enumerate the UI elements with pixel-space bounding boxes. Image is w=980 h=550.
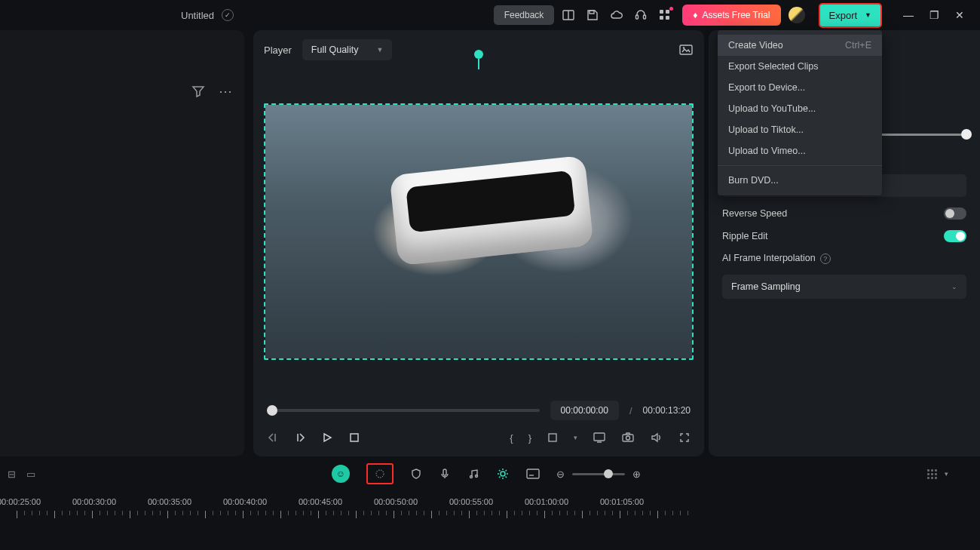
ruler-tick: 00:00:25:00 — [17, 497, 60, 506]
display-icon[interactable] — [593, 431, 606, 444]
timeline-ruler[interactable]: 00:00:25:0000:00:30:0000:00:35:0000:00:4… — [0, 491, 980, 536]
assets-trial-label: Assets Free Trial — [702, 10, 770, 20]
svg-rect-11 — [351, 434, 358, 441]
mark-out-icon[interactable]: } — [528, 432, 531, 444]
snapshot-icon[interactable] — [678, 42, 694, 57]
fullscreen-icon[interactable] — [678, 432, 691, 444]
ripple-edit-label: Ripple Edit — [722, 231, 767, 241]
export-button[interactable]: Export ▼ — [819, 3, 883, 28]
camera-icon[interactable] — [621, 431, 635, 444]
selection-frame[interactable] — [264, 103, 694, 360]
timeline-toolbar: ⊟ ▭ ☺ ⊖ ⊕ ▾ — [0, 456, 980, 491]
play-button[interactable] — [321, 432, 333, 444]
seek-row: 00:00:00:00 / 00:00:13:20 — [267, 401, 691, 420]
export-label: Export — [829, 10, 858, 21]
chevron-down-icon: ▼ — [376, 46, 383, 54]
svg-rect-9 — [680, 45, 692, 54]
svg-rect-22 — [527, 469, 539, 478]
ruler-tick: 00:00:55:00 — [469, 497, 513, 506]
svg-point-20 — [476, 475, 478, 478]
chevron-down-icon: ⌄ — [951, 283, 957, 290]
ruler-tick: 00:00:40:00 — [243, 497, 286, 506]
undo-icon[interactable]: ⊟ — [8, 469, 16, 480]
seek-thumb[interactable] — [267, 405, 277, 416]
sync-status-icon[interactable]: ✓ — [222, 9, 234, 21]
save-icon[interactable] — [586, 8, 599, 22]
maximize-button[interactable]: ❐ — [929, 9, 939, 21]
window-controls: — ❐ ✕ — [903, 9, 965, 21]
export-menu-item[interactable]: Upload to YouTube... — [718, 98, 882, 119]
export-menu-item[interactable]: Upload to Tiktok... — [718, 119, 882, 140]
quality-select[interactable]: Full Quality ▼ — [302, 39, 392, 60]
chevron-down-icon[interactable]: ▾ — [574, 434, 577, 441]
svg-rect-6 — [666, 10, 669, 14]
speed-thumb[interactable] — [961, 129, 972, 140]
seek-bar[interactable] — [267, 409, 540, 412]
shield-icon[interactable] — [410, 468, 422, 480]
caption-icon[interactable] — [526, 469, 540, 479]
export-menu-item[interactable]: Burn DVD... — [718, 170, 882, 191]
marker-icon[interactable]: ▭ — [26, 469, 35, 480]
support-icon[interactable] — [634, 8, 648, 22]
svg-point-21 — [501, 472, 505, 476]
theme-toggle-icon[interactable] — [789, 7, 805, 23]
player-label: Player — [264, 45, 292, 56]
ai-assistant-icon[interactable]: ☺ — [332, 465, 350, 483]
zoom-slider[interactable] — [572, 473, 625, 475]
export-menu-item[interactable]: Create VideoCtrl+E — [718, 35, 882, 56]
color-adjust-icon[interactable] — [496, 467, 510, 481]
interpolation-select[interactable]: Frame Sampling ⌄ — [722, 275, 966, 299]
reverse-speed-label: Reverse Speed — [722, 208, 787, 219]
stop-button[interactable] — [348, 432, 360, 444]
rotation-handle[interactable] — [474, 50, 483, 59]
svg-point-10 — [683, 47, 684, 48]
export-menu: Create VideoCtrl+EExport Selected ClipsE… — [718, 30, 882, 195]
media-panel: ⋯ — [0, 30, 244, 456]
volume-icon[interactable] — [650, 431, 663, 444]
zoom-out-icon[interactable]: ⊖ — [556, 469, 565, 480]
next-frame-button[interactable] — [294, 432, 306, 444]
preview-viewport[interactable] — [253, 69, 704, 393]
reverse-speed-toggle[interactable] — [944, 207, 966, 220]
svg-rect-8 — [666, 16, 669, 20]
export-menu-item[interactable]: Export Selected Clips — [718, 56, 882, 77]
export-menu-item[interactable]: Export to Device... — [718, 77, 882, 98]
chevron-down-icon[interactable]: ▾ — [945, 470, 948, 478]
feedback-button[interactable]: Feedback — [494, 5, 555, 25]
svg-rect-12 — [549, 434, 556, 441]
help-icon[interactable]: ? — [820, 253, 831, 264]
zoom-thumb[interactable] — [604, 469, 613, 478]
timecode-separator: / — [629, 405, 632, 416]
svg-rect-2 — [590, 11, 594, 14]
interpolation-value: Frame Sampling — [731, 281, 801, 292]
music-icon[interactable] — [467, 468, 479, 480]
prev-frame-button[interactable] — [267, 432, 279, 444]
mic-icon[interactable] — [439, 468, 451, 480]
titlebar-icons — [562, 8, 672, 22]
cloud-icon[interactable] — [610, 8, 623, 22]
player-panel: Player Full Quality ▼ 00:00:00:00 / 00:0… — [253, 30, 704, 456]
filter-icon[interactable] — [191, 84, 205, 98]
crop-icon[interactable] — [547, 432, 559, 444]
ripple-edit-toggle[interactable] — [944, 230, 966, 242]
assets-trial-button[interactable]: ♦ Assets Free Trial — [682, 5, 780, 26]
export-menu-item[interactable]: Upload to Vimeo... — [718, 140, 882, 161]
apps-icon[interactable] — [658, 8, 672, 22]
project-title-wrap: Untitled ✓ — [181, 9, 234, 21]
layout-icon[interactable] — [562, 8, 575, 22]
ruler-tick: 00:01:00:00 — [544, 497, 588, 506]
titlebar: Untitled ✓ Feedback ♦ Assets Free Trial … — [0, 0, 980, 30]
mark-in-icon[interactable]: { — [510, 432, 513, 444]
zoom-control: ⊖ ⊕ — [556, 469, 641, 480]
ruler-tick: 00:01:05:00 — [620, 497, 663, 506]
more-icon[interactable]: ⋯ — [219, 83, 234, 100]
zoom-in-icon[interactable]: ⊕ — [632, 469, 641, 480]
player-controls: 00:00:00:00 / 00:00:13:20 { } ▾ — [253, 393, 704, 456]
grid-view-icon[interactable] — [927, 469, 937, 479]
svg-rect-13 — [594, 433, 605, 441]
ruler-tick: 00:00:30:00 — [92, 497, 136, 506]
ruler-tick: 00:00:45:00 — [318, 497, 362, 506]
minimize-button[interactable]: — — [903, 9, 914, 21]
close-button[interactable]: ✕ — [954, 9, 965, 21]
highlight-tool-icon[interactable] — [366, 463, 394, 484]
